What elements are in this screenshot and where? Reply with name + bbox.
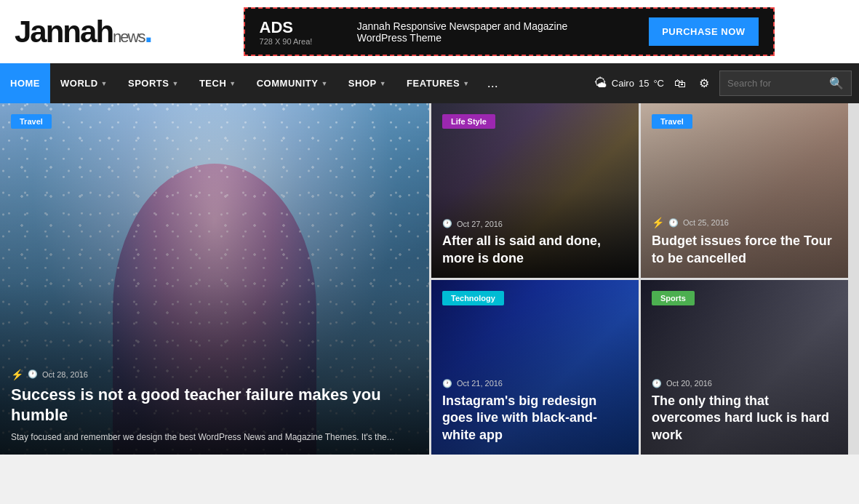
budget-card-title: Budget issues force the Tour to be cance… xyxy=(652,233,837,267)
content-grid: Travel ⚡ 🕐 Oct 28, 2016 Success is not a… xyxy=(0,103,859,455)
logo-dot: . xyxy=(144,15,151,49)
budget-article-card[interactable]: Travel ⚡ 🕐 Oct 25, 2016 Budget issues fo… xyxy=(641,103,848,278)
nav-world-label: WORLD xyxy=(60,78,98,89)
clock-icon-lifestyle: 🕐 xyxy=(442,219,452,228)
sports-card-tag: Sports xyxy=(652,291,695,305)
clock-icon-sports: 🕐 xyxy=(652,379,662,388)
nav-shop-label: SHOP xyxy=(348,78,377,89)
budget-card-date: Oct 25, 2016 xyxy=(683,218,729,227)
nav-item-community[interactable]: COMMUNITY ▼ xyxy=(247,63,338,103)
lifestyle-card-tag: Life Style xyxy=(442,114,495,129)
main-card-meta: ⚡ 🕐 Oct 28, 2016 xyxy=(11,369,418,380)
flash-icon-budget: ⚡ xyxy=(652,217,664,228)
top-section: Jannahnews. ADS 728 X 90 Area! Jannah Re… xyxy=(0,0,859,63)
shopping-bag-icon[interactable]: 🛍 xyxy=(671,74,689,93)
flash-icon: ⚡ xyxy=(11,369,23,380)
search-input[interactable] xyxy=(727,78,829,89)
search-icon[interactable]: 🔍 xyxy=(829,76,844,90)
lifestyle-article-card[interactable]: Life Style 🕐 Oct 27, 2016 After all is s… xyxy=(431,103,639,278)
tech-article-card[interactable]: Technology 🕐 Oct 21, 2016 Instagram's bi… xyxy=(431,280,639,455)
site-logo[interactable]: Jannahnews. xyxy=(15,15,151,49)
tech-card-content: 🕐 Oct 21, 2016 Instagram's big redesign … xyxy=(431,368,639,455)
ad-description: Jannah Responsive Newspaper and Magazine… xyxy=(357,20,604,44)
lifestyle-card-date: Oct 27, 2016 xyxy=(457,220,503,228)
clock-icon: 🕐 xyxy=(28,369,38,379)
budget-card-tag: Travel xyxy=(652,114,692,129)
tech-card-tag: Technology xyxy=(442,291,504,305)
ad-label-section: ADS 728 X 90 Area! xyxy=(260,18,313,46)
nav-community-label: COMMUNITY xyxy=(257,78,319,89)
nav-sports-label: SPORTS xyxy=(128,78,169,89)
logo-brand: Jannah xyxy=(15,15,113,49)
nav-items-list: HOME WORLD ▼ SPORTS ▼ TECH ▼ COMMUNITY ▼… xyxy=(0,63,587,103)
budget-card-meta: ⚡ 🕐 Oct 25, 2016 xyxy=(652,217,837,228)
weather-temp: 15 xyxy=(639,78,649,89)
nav-item-world[interactable]: WORLD ▼ xyxy=(50,63,118,103)
weather-unit: °C xyxy=(653,78,664,89)
nav-home-label: HOME xyxy=(10,78,40,89)
main-card-excerpt: Stay focused and remember we design the … xyxy=(11,431,418,444)
search-box[interactable]: 🔍 xyxy=(719,71,852,96)
nav-shop-arrow: ▼ xyxy=(380,80,386,87)
nav-features-arrow: ▼ xyxy=(463,80,469,87)
tech-card-meta: 🕐 Oct 21, 2016 xyxy=(442,379,628,388)
sports-card-date: Oct 20, 2016 xyxy=(666,379,712,388)
weather-icon: 🌤 xyxy=(594,76,607,91)
main-article-card[interactable]: Travel ⚡ 🕐 Oct 28, 2016 Success is not a… xyxy=(0,103,429,455)
nav-world-arrow: ▼ xyxy=(101,80,108,87)
nav-community-arrow: ▼ xyxy=(321,80,327,87)
clock-icon-budget: 🕐 xyxy=(668,218,679,228)
clock-icon-tech: 🕐 xyxy=(442,379,452,388)
ad-area-text: 728 X 90 Area! xyxy=(260,37,313,46)
nav-sports-arrow: ▼ xyxy=(172,80,179,87)
nav-item-sports[interactable]: SPORTS ▼ xyxy=(118,63,189,103)
lifestyle-card-content: 🕐 Oct 27, 2016 After all is said and don… xyxy=(431,208,639,278)
nav-tech-arrow: ▼ xyxy=(229,80,236,87)
ad-banner: ADS 728 X 90 Area! Jannah Responsive New… xyxy=(244,7,775,56)
nav-features-label: FEATURES xyxy=(407,78,460,89)
sports-card-title: The only thing that overcomes hard luck … xyxy=(652,393,837,444)
ad-purchase-button[interactable]: PURCHASE NOW xyxy=(649,17,758,46)
main-card-date: Oct 28, 2016 xyxy=(42,370,88,379)
lifestyle-card-title: After all is said and done, more is done xyxy=(442,233,628,267)
random-icon[interactable]: ⚙ xyxy=(696,73,712,93)
ad-label: ADS xyxy=(260,18,313,37)
main-card-title: Success is not a good teacher failure ma… xyxy=(11,385,418,426)
sports-card-content: 🕐 Oct 20, 2016 The only thing that overc… xyxy=(641,368,848,455)
main-nav: HOME WORLD ▼ SPORTS ▼ TECH ▼ COMMUNITY ▼… xyxy=(0,63,859,103)
nav-item-shop[interactable]: SHOP ▼ xyxy=(338,63,396,103)
logo-suffix: news xyxy=(113,28,144,46)
tech-card-title: Instagram's big redesign goes live with … xyxy=(442,393,628,444)
tech-card-date: Oct 21, 2016 xyxy=(457,379,503,388)
lifestyle-card-meta: 🕐 Oct 27, 2016 xyxy=(442,219,628,228)
main-card-tag: Travel xyxy=(11,114,52,129)
nav-tech-label: TECH xyxy=(199,78,226,89)
sports-article-card[interactable]: Sports 🕐 Oct 20, 2016 The only thing tha… xyxy=(641,280,848,455)
nav-item-features[interactable]: FEATURES ▼ xyxy=(396,63,480,103)
weather-widget: 🌤 Cairo 15 °C xyxy=(594,76,664,91)
budget-card-content: ⚡ 🕐 Oct 25, 2016 Budget issues force the… xyxy=(641,206,848,278)
weather-city: Cairo xyxy=(612,78,634,89)
nav-item-home[interactable]: HOME xyxy=(0,63,50,103)
main-card-content: ⚡ 🕐 Oct 28, 2016 Success is not a good t… xyxy=(0,358,429,455)
sports-card-meta: 🕐 Oct 20, 2016 xyxy=(652,379,837,388)
nav-item-tech[interactable]: TECH ▼ xyxy=(189,63,247,103)
nav-right-section: 🌤 Cairo 15 °C 🛍 ⚙ 🔍 xyxy=(587,71,859,96)
nav-more-button[interactable]: ... xyxy=(480,76,506,91)
